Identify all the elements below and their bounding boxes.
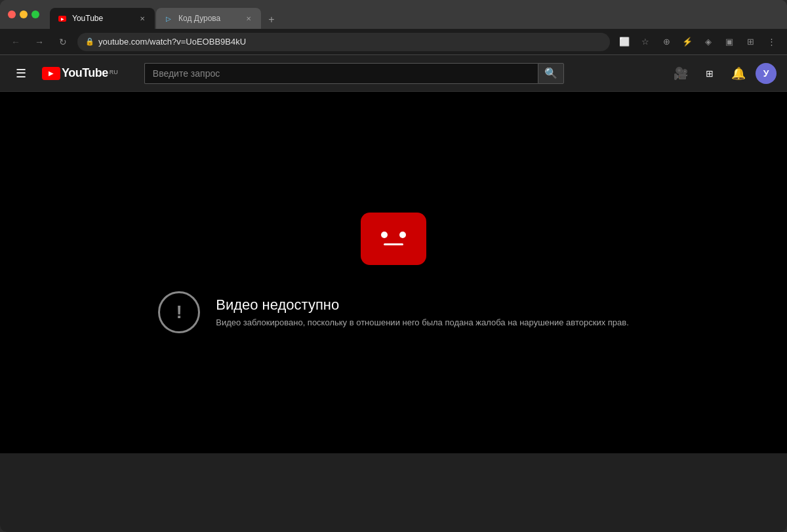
error-text-block: Видео недоступно Видео заблокировано, по… <box>216 297 629 327</box>
forward-button[interactable]: → <box>30 33 49 51</box>
extension-icon-3[interactable]: ◈ <box>699 33 717 51</box>
tab-title-kod: Код Дурова <box>178 14 239 23</box>
error-title: Видео недоступно <box>216 297 629 314</box>
search-area: 🔍 <box>144 63 564 84</box>
youtube-sad-face <box>361 213 426 265</box>
menu-icon[interactable]: ⋮ <box>762 33 780 51</box>
notifications-button[interactable]: 🔔 <box>727 62 750 85</box>
avatar-label: У <box>763 68 769 79</box>
youtube-logo-icon <box>42 67 60 80</box>
face-mouth <box>384 243 403 245</box>
tab-kod-durova[interactable]: ▷ Код Дурова ✕ <box>156 8 261 29</box>
apps-button[interactable]: ⊞ <box>698 62 721 85</box>
traffic-lights <box>8 10 39 18</box>
youtube-header: ☰ YouTube RU 🔍 🎥 ⊞ 🔔 У <box>0 55 787 92</box>
youtube-logo[interactable]: YouTube RU <box>42 66 118 80</box>
video-area: ! Видео недоступно Видео заблокировано, … <box>0 92 787 453</box>
upload-button[interactable]: 🎥 <box>669 62 693 85</box>
lock-icon: 🔒 <box>85 37 94 46</box>
url-bar[interactable]: 🔒 youtube.com/watch?v=UoEOBB9B4kU <box>77 33 610 51</box>
refresh-button[interactable]: ↻ <box>54 33 72 51</box>
browser-window: ▶ YouTube ✕ ▷ Код Дурова ✕ + ← → <box>0 0 787 532</box>
hamburger-icon: ☰ <box>16 67 26 80</box>
tab-favicon-youtube: ▶ <box>58 14 67 23</box>
error-container: ! Видео недоступно Видео заблокировано, … <box>158 213 629 333</box>
user-avatar[interactable]: У <box>756 63 777 84</box>
tab-close-kod[interactable]: ✕ <box>244 14 253 23</box>
tab-youtube[interactable]: ▶ YouTube ✕ <box>50 8 155 29</box>
tabs-area: ▶ YouTube ✕ ▷ Код Дурова ✕ + <box>50 0 779 29</box>
error-message: ! Видео недоступно Видео заблокировано, … <box>158 291 629 333</box>
forward-icon: → <box>35 37 44 47</box>
extension-icon-5[interactable]: ⊞ <box>741 33 759 51</box>
title-bar: ▶ YouTube ✕ ▷ Код Дурова ✕ + <box>0 0 787 29</box>
below-video-area <box>0 453 787 532</box>
back-button[interactable]: ← <box>7 33 25 51</box>
search-input[interactable] <box>144 63 538 84</box>
header-right-icons: 🎥 ⊞ 🔔 У <box>669 62 777 85</box>
search-icon: 🔍 <box>544 67 557 79</box>
refresh-icon: ↻ <box>59 37 67 47</box>
tab-favicon-kod: ▷ <box>164 14 173 23</box>
exclamation-icon: ! <box>176 302 182 323</box>
close-button[interactable] <box>8 10 16 18</box>
search-button[interactable]: 🔍 <box>538 63 564 84</box>
youtube-logo-country: RU <box>110 69 118 75</box>
hamburger-menu-button[interactable]: ☰ <box>10 61 31 86</box>
extension-icon-2[interactable]: ⚡ <box>678 33 696 51</box>
maximize-button[interactable] <box>31 10 39 18</box>
tab-close-youtube[interactable]: ✕ <box>138 14 147 23</box>
error-subtitle: Видео заблокировано, поскольку в отношен… <box>216 317 629 327</box>
extension-icon-4[interactable]: ▣ <box>720 33 738 51</box>
tab-title-youtube: YouTube <box>72 14 132 23</box>
error-icon-circle: ! <box>158 291 200 333</box>
youtube-logo-text: YouTube <box>62 66 108 80</box>
new-tab-button[interactable]: + <box>262 10 281 29</box>
screen-cast-icon[interactable]: ⬜ <box>615 33 634 51</box>
upload-icon: 🎥 <box>674 66 688 81</box>
url-text: youtube.com/watch?v=UoEOBB9B4kU <box>98 37 602 47</box>
extension-icon-1[interactable]: ⊕ <box>657 33 676 51</box>
address-bar: ← → ↻ 🔒 youtube.com/watch?v=UoEOBB9B4kU … <box>0 29 787 55</box>
face-eyes <box>381 232 406 238</box>
bookmark-icon[interactable]: ☆ <box>636 33 655 51</box>
minimize-button[interactable] <box>20 10 28 18</box>
eye-left <box>381 232 388 238</box>
back-icon: ← <box>11 37 20 47</box>
bell-icon: 🔔 <box>731 66 746 81</box>
eye-right <box>399 232 406 238</box>
toolbar-icons: ⬜ ☆ ⊕ ⚡ ◈ ▣ ⊞ ⋮ <box>615 33 780 51</box>
apps-icon: ⊞ <box>706 68 714 79</box>
